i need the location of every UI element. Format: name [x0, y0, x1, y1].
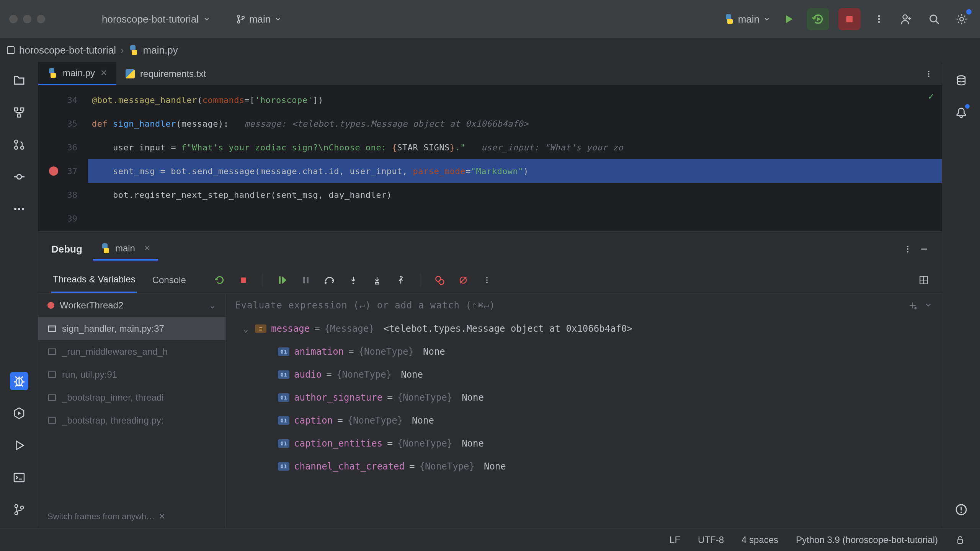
indent-selector[interactable]: 4 spaces [742, 535, 778, 545]
breadcrumb-project[interactable]: horoscope-bot-tutorial [19, 44, 116, 56]
threads-variables-tab[interactable]: Threads & Variables [51, 267, 137, 293]
code-editor[interactable]: ✓ 34 35 36 37 38 39 @bot.message_handler… [38, 86, 942, 231]
svg-rect-11 [21, 108, 24, 111]
svg-point-14 [15, 146, 18, 149]
collapse-icon[interactable]: ⌄ [241, 323, 250, 334]
stack-frame[interactable]: _run_middlewares_and_h [38, 340, 225, 363]
line-number: 39 [67, 214, 78, 223]
project-dropdown[interactable]: horoscope-bot-tutorial [102, 13, 210, 25]
commit-tool-button[interactable] [10, 168, 28, 186]
expand-icon[interactable] [924, 301, 933, 309]
close-hint-icon[interactable]: ✕ [158, 512, 165, 522]
variable-row[interactable]: 01 caption_entities = {NoneType} None [241, 432, 942, 455]
settings-button[interactable] [952, 10, 971, 28]
more-tools-button[interactable] [10, 200, 28, 218]
kebab-icon [903, 245, 912, 253]
debug-tool-button[interactable] [10, 372, 28, 390]
stack-frame[interactable]: _bootstrap_inner, threadi [38, 386, 225, 409]
frame-label: sign_handler, main.py:37 [62, 323, 164, 334]
step-out-button[interactable] [394, 273, 408, 287]
mute-breakpoints-icon [458, 275, 468, 285]
thread-selector[interactable]: WorkerThread2 ⌄ [38, 293, 225, 317]
encoding-selector[interactable]: UTF-8 [698, 535, 724, 545]
frame-icon [47, 416, 57, 425]
run-tool-button[interactable] [10, 436, 28, 455]
tab-requirements-txt[interactable]: requirements.txt [116, 62, 215, 85]
evaluate-expression-input[interactable]: Evaluate expression (↵) or add a watch (… [226, 293, 942, 317]
stack-frame[interactable]: _bootstrap, threading.py: [38, 409, 225, 432]
line-ending-selector[interactable]: LF [670, 535, 680, 545]
tab-label: requirements.txt [140, 68, 206, 79]
resume-button[interactable] [275, 273, 289, 287]
line-number: 37 [67, 166, 78, 176]
structure-tool-button[interactable] [10, 103, 28, 122]
rerun-debug-icon [812, 13, 825, 26]
debug-options-button[interactable] [903, 245, 912, 253]
rerun-button[interactable] [213, 273, 227, 287]
minimize-panel-button[interactable] [920, 245, 929, 254]
breakpoint-icon[interactable] [49, 166, 58, 176]
mute-breakpoints-button[interactable] [456, 273, 470, 287]
terminal-tool-button[interactable] [10, 468, 28, 487]
step-into-button[interactable] [346, 273, 360, 287]
pause-button[interactable] [299, 273, 313, 287]
pull-requests-tool-button[interactable] [10, 135, 28, 154]
problems-tool-button[interactable] [952, 500, 970, 519]
svg-point-1 [237, 21, 240, 23]
add-watch-icon[interactable] [908, 301, 917, 310]
interpreter-selector[interactable]: Python 3.9 (horoscope-bot-tutorial) [796, 535, 938, 545]
view-breakpoints-button[interactable] [433, 273, 446, 287]
variables-tree[interactable]: ⌄ ≡ message = {Message} <telebot.types.M… [226, 317, 942, 528]
close-tab-icon[interactable]: ✕ [100, 68, 107, 78]
step-into-my-code-button[interactable] [370, 273, 384, 287]
stop-debug-button[interactable] [237, 273, 250, 287]
run-config-name: main [738, 13, 760, 25]
stop-button[interactable] [838, 8, 861, 30]
resume-icon [277, 275, 287, 285]
services-tool-button[interactable] [10, 404, 28, 422]
debug-button[interactable] [807, 8, 829, 30]
minimize-window-icon[interactable] [23, 15, 31, 23]
debug-more-button[interactable] [480, 273, 494, 287]
variable-row[interactable]: 01 animation = {NoneType} None [241, 340, 942, 363]
tab-actions-button[interactable] [916, 70, 942, 78]
branch-icon [13, 504, 25, 515]
close-window-icon[interactable] [9, 15, 18, 23]
svg-rect-33 [303, 277, 305, 283]
vcs-tool-button[interactable] [10, 500, 28, 519]
statusbar: LF UTF-8 4 spaces Python 3.9 (horoscope-… [0, 528, 980, 551]
more-actions-button[interactable] [870, 10, 888, 28]
stack-frame[interactable]: sign_handler, main.py:37 [38, 317, 225, 340]
variable-row[interactable]: 01 author_signature = {NoneType} None [241, 386, 942, 409]
inspection-ok-icon[interactable]: ✓ [928, 90, 934, 102]
run-configuration-dropdown[interactable]: main [724, 13, 770, 25]
lock-icon[interactable] [956, 535, 965, 544]
variable-row[interactable]: 01 channel_chat_created = {NoneType} Non… [241, 455, 942, 478]
variable-row[interactable]: ⌄ ≡ message = {Message} <telebot.types.M… [241, 317, 942, 340]
console-tab[interactable]: Console [151, 267, 188, 293]
breadcrumb-file[interactable]: main.py [143, 44, 178, 56]
code-content[interactable]: @bot.message_handler(commands=['horoscop… [88, 86, 942, 231]
svg-point-6 [878, 21, 880, 23]
right-tool-sidebar [942, 62, 980, 528]
project-tool-button[interactable] [10, 71, 28, 90]
variable-row[interactable]: 01 caption = {NoneType} None [241, 409, 942, 432]
run-button[interactable] [779, 10, 798, 28]
notifications-tool-button[interactable] [952, 103, 970, 122]
tab-main-py[interactable]: main.py ✕ [38, 62, 116, 85]
close-session-icon[interactable]: ✕ [144, 243, 150, 253]
gutter[interactable]: 34 35 36 37 38 39 [38, 86, 88, 231]
window-controls[interactable] [9, 15, 45, 23]
search-everywhere-button[interactable] [925, 10, 943, 28]
svg-point-18 [18, 208, 20, 210]
debug-session-tab[interactable]: main ✕ [93, 238, 158, 261]
maximize-window-icon[interactable] [37, 15, 45, 23]
vcs-branch-dropdown[interactable]: main [236, 13, 281, 25]
layout-settings-button[interactable] [919, 275, 929, 285]
stack-frame[interactable]: run, util.py:91 [38, 363, 225, 386]
step-over-button[interactable] [323, 273, 336, 287]
variable-row[interactable]: 01 audio = {NoneType} None [241, 363, 942, 386]
database-tool-button[interactable] [952, 71, 970, 90]
code-with-me-button[interactable] [897, 10, 916, 28]
thread-name: WorkerThread2 [60, 300, 203, 311]
